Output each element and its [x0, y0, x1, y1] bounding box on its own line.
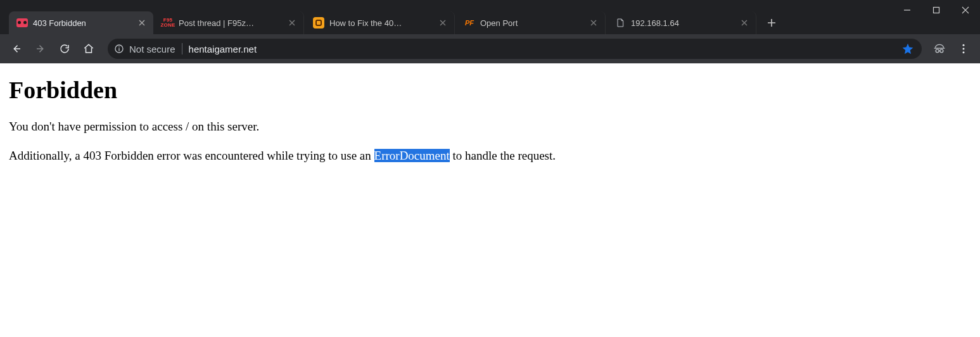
toolbar: Not secure hentaigamer.net [0, 34, 980, 63]
omnibox[interactable]: Not secure hentaigamer.net [108, 39, 922, 59]
reload-button[interactable] [53, 37, 76, 60]
tab-title: Post thread | F95z… [179, 18, 282, 28]
selected-text: ErrorDocument [374, 149, 450, 162]
omnibox-divider [182, 43, 182, 54]
page-viewport[interactable]: Forbidden You don't have permission to a… [0, 63, 980, 337]
error-message-1: You don't have permission to access / on… [9, 118, 971, 136]
svg-point-4 [936, 49, 939, 53]
incognito-icon [933, 42, 946, 55]
close-icon[interactable] [287, 18, 297, 28]
forward-button[interactable] [29, 37, 52, 60]
url-text: hentaigamer.net [189, 44, 894, 54]
titlebar: 403 Forbidden F95ZONE Post thread | F95z… [0, 0, 980, 34]
tab-title: 192.168.1.64 [631, 18, 734, 28]
tab[interactable]: F95ZONE Post thread | F95z… [155, 11, 304, 34]
site-info-button[interactable]: Not secure [114, 44, 175, 54]
incognito-button[interactable] [928, 37, 951, 60]
tab-title: How to Fix the 40… [329, 18, 433, 28]
tab-strip: 403 Forbidden F95ZONE Post thread | F95z… [0, 0, 893, 34]
error-message-2c: to handle the request. [450, 149, 556, 162]
favicon-controller-icon [16, 17, 28, 29]
favicon-pf-icon: PF [464, 17, 475, 29]
menu-button[interactable] [952, 37, 975, 60]
tab-title: Open Port [480, 18, 583, 28]
new-tab-button[interactable] [763, 14, 780, 32]
close-icon[interactable] [739, 18, 749, 28]
maximize-button[interactable] [922, 0, 951, 20]
page-heading: Forbidden [9, 76, 971, 104]
close-icon[interactable] [589, 18, 599, 28]
svg-point-5 [940, 49, 943, 53]
error-message-2: Additionally, a 403 Forbidden error was … [9, 147, 971, 165]
bookmark-button[interactable] [900, 41, 915, 56]
page-content: Forbidden You don't have permission to a… [0, 63, 980, 189]
tab[interactable]: 192.168.1.64 [607, 11, 756, 34]
tab-title: 403 Forbidden [33, 18, 132, 28]
minimize-button[interactable] [893, 0, 922, 20]
svg-rect-3 [118, 46, 119, 47]
svg-point-6 [963, 44, 965, 46]
close-window-button[interactable] [951, 0, 980, 20]
svg-rect-2 [118, 48, 119, 51]
error-message-2a: Additionally, a 403 Forbidden error was … [9, 149, 374, 162]
tab[interactable]: PF Open Port [456, 11, 606, 34]
favicon-document-icon [614, 17, 626, 29]
svg-point-7 [963, 48, 965, 50]
svg-point-8 [963, 51, 965, 53]
tab-active[interactable]: 403 Forbidden [9, 11, 153, 34]
svg-rect-0 [934, 8, 939, 13]
back-button[interactable] [5, 37, 28, 60]
kebab-menu-icon [957, 42, 970, 55]
info-icon [114, 44, 124, 54]
window-controls [893, 0, 980, 34]
home-button[interactable] [77, 37, 100, 60]
favicon-orange-icon [313, 17, 324, 29]
close-icon[interactable] [137, 18, 147, 28]
tab[interactable]: How to Fix the 40… [305, 11, 455, 34]
favicon-f95-icon: F95ZONE [162, 17, 174, 29]
close-icon[interactable] [438, 18, 448, 28]
security-label: Not secure [129, 44, 175, 54]
toolbar-right [928, 37, 975, 60]
star-icon [901, 42, 914, 55]
